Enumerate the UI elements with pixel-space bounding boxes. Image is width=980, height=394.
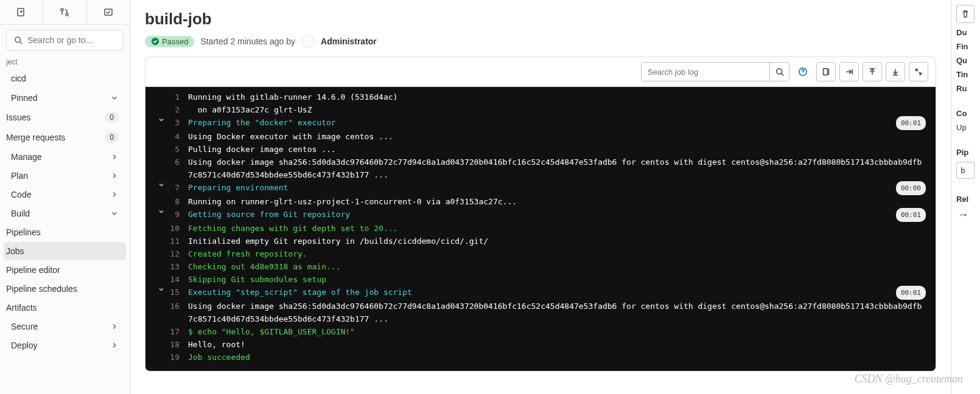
log-text: Hello, root! <box>188 338 926 351</box>
job-log-toolbar <box>145 57 936 87</box>
main-content: build-job Passed Started 2 minutes ago b… <box>130 0 951 394</box>
log-text: Pulling docker image centos ... <box>188 143 926 156</box>
log-line: 15Executing "step_script" stage of the j… <box>145 286 936 300</box>
log-line: 5Pulling docker image centos ... <box>145 143 936 156</box>
log-text: Using docker image sha256:5d0da3dc976460… <box>188 156 926 181</box>
fullscreen-button[interactable] <box>909 62 928 81</box>
line-number: 6 <box>167 156 188 168</box>
log-line: 19Job succeeded <box>145 351 936 364</box>
started-text: Started 2 minutes ago by <box>200 36 295 46</box>
help-button[interactable] <box>793 62 813 81</box>
expand-icon <box>914 67 923 76</box>
log-line: 4Using Docker executor with image centos… <box>145 130 936 143</box>
line-number: 4 <box>167 130 188 143</box>
sidebar-item-artifacts[interactable]: Artifacts <box>4 299 126 317</box>
log-line: 11Initialized empty Git repository in /b… <box>145 235 936 247</box>
log-line: 3Preparing the "docker" executor00:01 <box>145 116 936 130</box>
scroll-bottom-button[interactable] <box>886 62 905 81</box>
sidebar-item-deploy[interactable]: Deploy <box>4 336 126 354</box>
line-number: 14 <box>167 273 188 286</box>
sidebar-item-pinned[interactable]: Pinned <box>4 89 126 107</box>
log-text: Running with gitlab-runner 14.6.0 (5316d… <box>188 91 926 103</box>
log-line: 6Using docker image sha256:5d0da3dc97646… <box>145 156 936 181</box>
sidebar-item-pipeline-schedules[interactable]: Pipeline schedules <box>4 280 126 298</box>
log-text: Running on runner-glrt-usz-project-1-con… <box>188 195 926 208</box>
count-badge: 0 <box>105 112 119 123</box>
log-line: 8Running on runner-glrt-usz-project-1-co… <box>145 195 936 208</box>
scroll-top-button[interactable] <box>863 62 882 81</box>
log-text: Skipping Git submodules setup <box>188 273 926 286</box>
job-log-search-input[interactable] <box>642 63 769 81</box>
rp-runner-label: Ru <box>956 84 980 93</box>
log-text: Getting source from Git repository <box>188 208 896 221</box>
author-name[interactable]: Administrator <box>321 36 377 46</box>
merge-request-icon[interactable] <box>43 0 86 24</box>
todo-icon[interactable] <box>87 0 130 24</box>
search-icon <box>14 36 23 44</box>
sidebar-item-plan[interactable]: Plan <box>4 167 126 185</box>
svg-point-6 <box>776 69 782 74</box>
sidebar-item-issues[interactable]: Issues0 <box>4 108 126 127</box>
arrow-up-icon <box>868 67 877 76</box>
log-line: 18Hello, root! <box>145 338 936 351</box>
svg-point-1 <box>61 9 63 11</box>
trash-icon <box>961 10 970 18</box>
rp-duration-label: Du <box>956 28 980 37</box>
arrow-down-icon <box>891 67 900 76</box>
sidebar-item-merge-requests[interactable]: Merge requests0 <box>4 128 126 147</box>
line-number: 12 <box>167 247 188 260</box>
log-text: Fetching changes with git depth set to 2… <box>188 222 926 235</box>
scroll-end-button[interactable] <box>839 62 859 81</box>
sidebar-item-code[interactable]: Code <box>4 185 126 204</box>
arrow-right-icon[interactable]: → <box>956 209 980 221</box>
trash-button[interactable] <box>956 5 975 23</box>
sidebar-project-name[interactable]: cicd <box>4 69 126 88</box>
avatar[interactable] <box>301 35 315 48</box>
line-number: 5 <box>167 143 188 156</box>
line-number: 15 <box>167 286 188 299</box>
page-title: build-job <box>145 10 936 29</box>
sidebar-item-pipelines[interactable]: Pipelines <box>4 223 126 241</box>
document-icon <box>822 67 830 76</box>
svg-point-2 <box>66 13 68 16</box>
log-text: Job succeeded <box>188 351 926 364</box>
sidebar-section-label: ject <box>0 53 130 69</box>
job-log-search <box>641 62 789 81</box>
sidebar-item-pipeline-editor[interactable]: Pipeline editor <box>4 261 126 279</box>
sidebar-item-manage[interactable]: Manage <box>4 148 126 166</box>
line-number: 1 <box>167 91 188 103</box>
right-panel: Du Fin Qu Tin Ru Co Up Pip b Rel → <box>951 0 980 394</box>
log-line: 13Checking out 4d8e9318 as main... <box>145 260 936 273</box>
chevron-down-icon[interactable] <box>155 181 167 188</box>
sidebar-search[interactable]: Search or go to... <box>6 30 124 50</box>
line-number: 16 <box>167 300 188 313</box>
log-text: Using docker image sha256:5d0da3dc976460… <box>188 300 926 325</box>
chevron-down-icon[interactable] <box>155 286 167 293</box>
section-duration: 00:00 <box>896 181 926 195</box>
log-line: 14Skipping Git submodules setup <box>145 273 936 286</box>
sidebar-item-jobs[interactable]: Jobs <box>4 242 126 260</box>
raw-log-button[interactable] <box>816 62 836 81</box>
rp-related-label: Rel <box>956 195 980 204</box>
sidebar-item-secure[interactable]: Secure <box>4 317 126 336</box>
job-meta-row: Passed Started 2 minutes ago by Administ… <box>145 35 936 48</box>
chevron-down-icon[interactable] <box>155 208 167 215</box>
log-line: 17$ echo "Hello, $GITLAB_USER_LOGIN!" <box>145 325 936 338</box>
line-number: 18 <box>167 338 188 351</box>
chevron-down-icon[interactable] <box>155 116 167 123</box>
check-circle-icon <box>151 37 159 46</box>
log-text: Preparing environment <box>188 181 896 194</box>
sidebar-item-build[interactable]: Build <box>4 204 126 223</box>
rp-pipeline-value[interactable]: b <box>956 162 975 179</box>
status-badge[interactable]: Passed <box>145 36 194 47</box>
svg-rect-0 <box>18 9 24 16</box>
new-tab-icon[interactable] <box>0 0 43 24</box>
log-line: 12Created fresh repository. <box>145 247 936 260</box>
job-log-search-button[interactable] <box>769 63 789 81</box>
search-icon <box>775 67 784 76</box>
svg-rect-8 <box>824 69 828 75</box>
log-text: Preparing the "docker" executor <box>188 116 896 129</box>
line-number: 19 <box>167 351 188 364</box>
scroll-end-icon <box>845 67 853 76</box>
section-duration: 00:01 <box>896 116 926 130</box>
